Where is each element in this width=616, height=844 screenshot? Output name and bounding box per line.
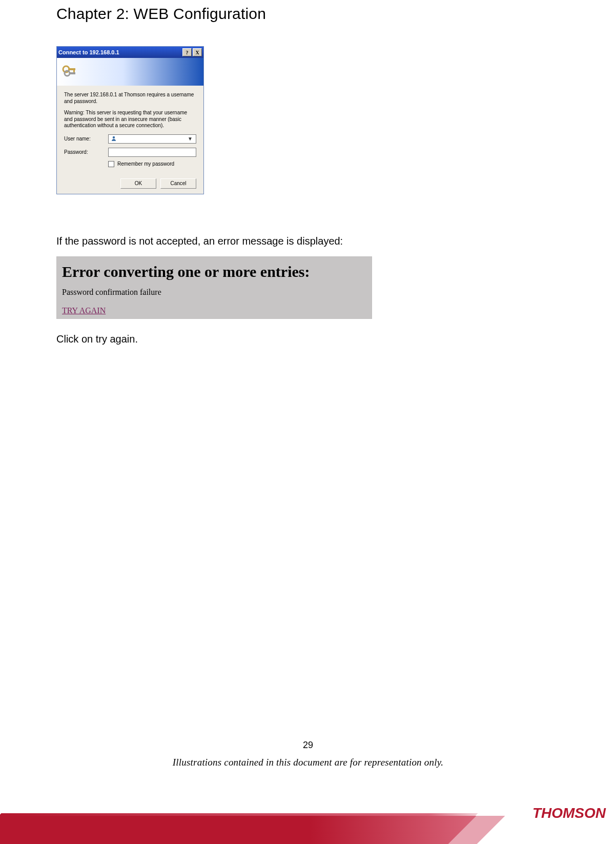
svg-point-5 [113,136,115,138]
dialog-message-2: Warning: This server is requesting that … [64,110,196,129]
body-paragraph-1: If the password is not accepted, an erro… [56,235,561,247]
footer-disclaimer: Illustrations contained in this document… [0,757,616,768]
page-root: Chapter 2: WEB Configuration Connect to … [0,0,616,844]
password-row: Password: [64,148,196,157]
login-dialog-illustration: Connect to 192.168.0.1 ? X The server 19… [56,46,204,194]
brand-logo: THOMSON [532,805,606,821]
password-input[interactable] [108,148,196,157]
content-area: Chapter 2: WEB Configuration Connect to … [56,5,561,345]
svg-rect-4 [69,72,75,74]
titlebar-buttons: ? X [182,48,202,56]
dialog-titlebar: Connect to 192.168.0.1 ? X [57,47,203,58]
dialog-body: The server 192.168.0.1 at Thomson requir… [57,86,203,194]
dialog-message-1: The server 192.168.0.1 at Thomson requir… [64,92,196,105]
help-button[interactable]: ? [182,48,192,56]
chapter-title: Chapter 2: WEB Configuration [56,5,561,23]
username-input[interactable]: ▼ [108,134,196,144]
chevron-down-icon[interactable]: ▼ [187,136,194,142]
page-number: 29 [0,740,616,751]
footer-stripe-thick [0,816,477,844]
remember-label: Remember my password [117,161,174,167]
footer-bar: THOMSON [0,797,616,844]
dialog-button-row: OK Cancel [64,178,196,189]
dialog-banner [57,58,203,86]
password-label: Password: [64,149,108,155]
try-again-link[interactable]: TRY AGAIN [62,306,106,315]
body-paragraph-2: Click on try again. [56,333,561,345]
error-subtext: Password confirmation failure [62,288,366,297]
error-box-illustration: Error converting one or more entries: Pa… [56,256,372,319]
error-title: Error converting one or more entries: [62,263,366,280]
user-icon [111,135,117,143]
username-label: User name: [64,136,108,142]
dialog-title-text: Connect to 192.168.0.1 [58,49,119,55]
username-row: User name: ▼ [64,134,196,144]
keys-icon [60,62,78,82]
svg-rect-2 [73,68,75,72]
ok-button[interactable]: OK [120,178,156,189]
svg-point-3 [65,71,70,76]
close-button[interactable]: X [193,48,202,56]
remember-row: Remember my password [108,161,196,167]
cancel-button[interactable]: Cancel [160,178,196,189]
remember-checkbox[interactable] [108,161,114,167]
